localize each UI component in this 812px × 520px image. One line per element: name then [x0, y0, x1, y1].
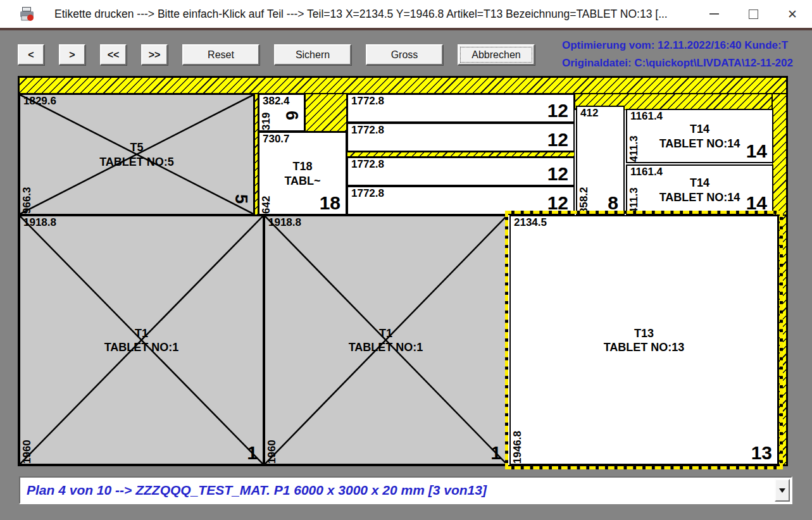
part-quantity-label: 5: [232, 194, 249, 204]
cutting-plan: 1829.6966.3T5TABLET NO:55382.43196730.76…: [18, 76, 788, 466]
panel-T14-b[interactable]: 1161.4411.3T14TABLET NO:1414: [626, 164, 773, 215]
part-label-line: T13: [604, 326, 685, 340]
panel-part8[interactable]: 412858.28: [576, 106, 625, 215]
waste-area: [305, 94, 347, 132]
dim-width-label: 2134.5: [514, 216, 547, 229]
panel-T1-b[interactable]: 1918.81960T1TABLET NO:11: [264, 215, 508, 465]
waste-area: [778, 215, 787, 465]
part-label-line: T18: [284, 159, 320, 174]
part-label-line: T14: [659, 122, 740, 137]
part-label-line: TABLET NO:1: [349, 340, 423, 355]
dim-width-label: 1161.4: [630, 166, 663, 178]
dim-height-label: 642: [261, 196, 272, 214]
label-printer-icon: [19, 6, 35, 22]
part-quantity-label: 12: [547, 194, 568, 213]
maximize-icon: [749, 9, 758, 19]
part-label: T5TABLET NO:5: [99, 140, 174, 169]
part-quantity-label: 1: [247, 443, 258, 462]
dim-width-label: 1772.8: [351, 158, 384, 171]
last-button[interactable]: >>: [141, 44, 168, 65]
next-button[interactable]: >: [59, 44, 85, 65]
part-label: T18TABL~: [284, 159, 320, 188]
part-label-line: T5: [99, 140, 174, 155]
minimize-button[interactable]: [694, 0, 734, 28]
part-label-line: TABLET NO:1: [104, 340, 179, 355]
part-label-line: TABL~: [284, 173, 320, 188]
plan-selector[interactable]: Plan 4 von 10 --> ZZZQQQ_TEST_MAT. P1 60…: [19, 476, 792, 504]
dim-width-label: 1918.8: [268, 216, 301, 229]
plan-selector-dropdown-button[interactable]: [775, 479, 790, 502]
part-quantity-label: 12: [547, 164, 568, 183]
prev-button[interactable]: <: [18, 44, 44, 65]
part-label-line: TABLET NO:14: [659, 136, 740, 151]
part-label-line: T1: [349, 326, 423, 340]
part-label-line: T1: [104, 326, 179, 340]
part-label: T14TABLET NO:14: [659, 176, 740, 204]
part-quantity-label: 12: [547, 101, 568, 120]
part-quantity-label: 8: [608, 194, 618, 213]
panel-strip12-1[interactable]: 1772.812: [347, 94, 575, 123]
title-bar: Etikette drucken ---> Bitte einfach-Klic…: [0, 0, 812, 28]
window-controls: ✕: [694, 0, 812, 28]
part-quantity-label: 13: [751, 443, 772, 462]
minimize-icon: [709, 13, 719, 15]
dim-height-label: 1946.8: [512, 431, 523, 464]
close-button[interactable]: ✕: [773, 0, 812, 28]
dim-height-label: 411.3: [628, 187, 640, 214]
dim-width-label: 1161.4: [630, 110, 663, 123]
dim-height-label: 858.2: [578, 187, 590, 214]
dim-width-label: 1829.6: [23, 95, 56, 108]
panel-T18[interactable]: 730.7642T18TABL~18: [258, 132, 347, 215]
maximize-button[interactable]: [734, 0, 773, 28]
dim-height-label: 966.3: [22, 187, 33, 214]
waste-area: [19, 77, 787, 94]
part-quantity-label: 14: [746, 194, 767, 213]
part-label: T1TABLET NO:1: [349, 326, 423, 354]
part-label-line: T14: [659, 176, 740, 190]
dim-height-label: 1960: [22, 440, 33, 464]
dim-width-label: 1772.8: [351, 95, 384, 108]
panel-T14-a[interactable]: 1161.4411.3T14TABLET NO:1414: [626, 109, 773, 163]
panel-T1-a[interactable]: 1918.81960T1TABLET NO:11: [19, 215, 264, 465]
dim-height-label: 319: [261, 113, 272, 130]
plan-selector-value: Plan 4 von 10 --> ZZZQQQ_TEST_MAT. P1 60…: [20, 483, 775, 498]
waste-area: [772, 94, 787, 215]
dim-width-label: 1918.8: [23, 216, 56, 229]
waste-area: [347, 152, 575, 157]
dim-width-label: 1772.8: [351, 187, 384, 200]
dim-width-label: 382.4: [263, 95, 290, 108]
panel-strip12-3[interactable]: 1772.812: [347, 157, 575, 186]
part-label-line: TABLET NO:13: [604, 340, 685, 355]
dim-width-label: 1772.8: [351, 124, 384, 137]
reset-button[interactable]: Reset: [182, 44, 259, 65]
part-label: T14TABLET NO:14: [659, 122, 740, 151]
toolbar: < > << >> Reset Sichern Gross Abbrechen: [18, 44, 535, 66]
optimization-date-line: Optimierung vom: 12.11.2022/16:40 Kunde:…: [562, 37, 812, 54]
window-title: Etikette drucken ---> Bitte einfach-Klic…: [54, 8, 694, 21]
part-label: T1TABLET NO:1: [104, 326, 179, 354]
dim-width-label: 412: [580, 107, 598, 120]
part-quantity-label: 6: [283, 111, 300, 120]
panel-strip12-4[interactable]: 1772.812: [347, 186, 575, 215]
gross-button[interactable]: Gross: [366, 44, 443, 65]
part-label-line: TABLET NO:5: [99, 154, 174, 169]
part-quantity-label: 14: [746, 142, 767, 161]
part-label: T13TABLET NO:13: [604, 326, 685, 354]
panel-strip12-2[interactable]: 1772.812: [347, 123, 575, 152]
sichern-button[interactable]: Sichern: [274, 44, 351, 65]
abbrechen-button[interactable]: Abbrechen: [458, 44, 535, 65]
panel-part6[interactable]: 382.43196: [258, 94, 305, 132]
optimization-info: Optimierung vom: 12.11.2022/16:40 Kunde:…: [562, 37, 812, 72]
dim-width-label: 730.7: [263, 133, 290, 145]
part-quantity-label: 1: [490, 443, 501, 462]
app-window: { "window": { "title": "Etikette drucken…: [0, 0, 812, 520]
dim-height-label: 411.3: [628, 135, 640, 162]
dim-height-label: 1960: [266, 440, 278, 464]
chevron-down-icon: [779, 488, 785, 493]
panel-T13[interactable]: 2134.51946.8T13TABLET NO:1313: [509, 215, 778, 465]
close-icon: ✕: [787, 8, 797, 20]
panel-T5[interactable]: 1829.6966.3T5TABLET NO:55: [19, 94, 254, 215]
original-file-line: Originaldatei: C:\quickopt\LIVDATA\12-11…: [562, 54, 812, 72]
first-button[interactable]: <<: [100, 44, 127, 65]
part-label-line: TABLET NO:14: [659, 190, 740, 204]
